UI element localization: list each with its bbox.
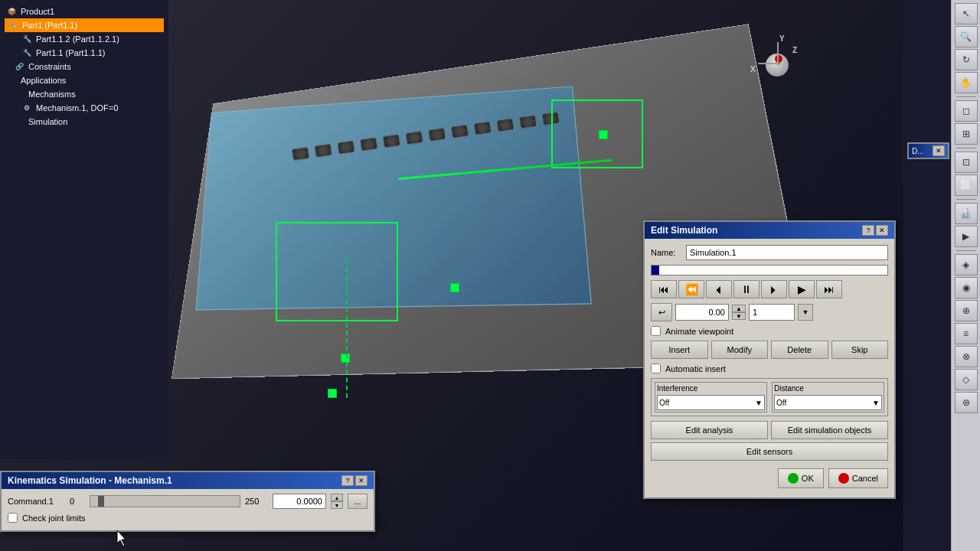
view-tool-btn-5[interactable]: ⊗: [955, 346, 978, 367]
green-marker-1: [599, 130, 608, 139]
analysis-tool-btn[interactable]: 🔬: [955, 203, 978, 224]
distance-group: Distance Off ▼: [772, 382, 884, 412]
insert-btn[interactable]: Insert: [651, 341, 708, 359]
dialog-body: Name: ⏮ ⏪ ⏴ ⏸ ⏵ ▶ ⏭ ↩ ▲ ▼ ▼: [645, 239, 894, 497]
tree-item-mechanisms[interactable]: Mechanisms: [5, 87, 164, 101]
simulation-tool-btn[interactable]: ▶: [955, 226, 978, 247]
mini-dialog-titlebar: D... ✕: [909, 144, 948, 158]
modify-btn[interactable]: Modify: [711, 341, 769, 359]
tree-item-product1[interactable]: 📦 Product1: [5, 5, 164, 18]
play-btn[interactable]: ▶: [789, 280, 815, 298]
check-joint-limits-checkbox[interactable]: [8, 513, 18, 523]
tree-icon-applications: [5, 75, 18, 86]
kinematics-slider[interactable]: [90, 495, 240, 507]
animate-viewpoint-label: Animate viewpoint: [665, 327, 733, 336]
kinematics-slider-thumb[interactable]: [98, 496, 104, 507]
interference-group: Interference Off ▼: [655, 382, 767, 412]
kinematics-more-btn[interactable]: ...: [348, 494, 368, 509]
kinematics-simulation-dialog: Kinematics Simulation - Mechanism.1 ? ✕ …: [0, 471, 375, 532]
interference-select[interactable]: Off ▼: [657, 395, 765, 410]
view-tool-btn-2[interactable]: ◉: [955, 277, 978, 298]
tree-panel: 📦 Product1 🔧 Part1 (Part1.1) 🔧 Part1.1.2…: [0, 0, 168, 459]
tree-item-simulation[interactable]: Simulation: [5, 115, 164, 129]
wireframe-selection-2: [276, 222, 398, 321]
cursor-tool-btn[interactable]: ↖: [955, 3, 978, 24]
ok-label: OK: [802, 474, 814, 483]
constraint-tool-btn[interactable]: ⊡: [955, 152, 978, 173]
animate-viewpoint-checkbox[interactable]: [651, 326, 661, 336]
tree-icon-mechanisms: [12, 89, 26, 99]
kinematics-help-btn[interactable]: ?: [341, 475, 354, 486]
edit-simulation-titlebar: Edit Simulation ? ✕: [645, 222, 894, 239]
kinematics-titlebar: Kinematics Simulation - Mechanism.1 ? ✕: [2, 472, 374, 489]
rotate-tool-btn[interactable]: ↻: [955, 49, 978, 70]
check-joint-limits-row: Check joint limits: [8, 513, 368, 523]
edit-sensors-btn[interactable]: Edit sensors: [651, 442, 888, 461]
tree-label-mechanisms: Mechanisms: [28, 90, 76, 99]
tree-item-part1-1-1[interactable]: 🔧 Part1.1 (Part1.1.1): [5, 46, 164, 60]
delete-btn[interactable]: Delete: [771, 341, 828, 359]
kinematics-spin-down[interactable]: ▼: [331, 501, 343, 509]
interference-distance-section: Interference Off ▼ Distance Off ▼: [651, 378, 888, 416]
view-tool-btn-4[interactable]: ≡: [955, 323, 978, 344]
kinematics-close-btn[interactable]: ✕: [355, 475, 368, 486]
axis-y-line: [777, 42, 779, 65]
automatic-insert-row: Automatic insert: [651, 364, 888, 373]
mini-dialog-close-btn[interactable]: ✕: [933, 145, 945, 156]
time-display-input[interactable]: [675, 304, 729, 321]
assembly-tool-btn[interactable]: ⊞: [955, 123, 978, 145]
view-tool-btn-7[interactable]: ⊛: [955, 392, 978, 413]
view-tool-btn-1[interactable]: ◈: [955, 254, 978, 276]
pause-btn[interactable]: ⏸: [733, 280, 760, 298]
step-backward-btn[interactable]: ⏪: [678, 280, 704, 298]
step-down-btn[interactable]: ▼: [732, 312, 746, 320]
tree-item-part1-1[interactable]: 🔧 Part1 (Part1.1): [5, 18, 164, 32]
tree-icon-product1: 📦: [5, 6, 18, 17]
tree-item-constraints[interactable]: 🔗 Constraints: [5, 60, 164, 73]
step-up-btn[interactable]: ▲: [732, 305, 746, 312]
step-input[interactable]: [749, 304, 795, 321]
next-frame-btn[interactable]: ⏵: [761, 280, 787, 298]
skip-btn[interactable]: Skip: [831, 341, 889, 359]
previous-frame-btn[interactable]: ⏴: [706, 280, 732, 298]
ok-cancel-row: OK Cancel: [651, 465, 888, 491]
axis-y-label: Y: [779, 34, 785, 43]
close-btn[interactable]: ✕: [876, 225, 888, 236]
simulation-progress-bar[interactable]: [651, 265, 888, 276]
step-dropdown-btn[interactable]: ▼: [798, 304, 813, 321]
tree-item-mechanism1[interactable]: ⚙ Mechanism.1, DOF=0: [5, 101, 164, 115]
wireframe-selection-1: [551, 99, 643, 168]
tree-item-applications[interactable]: Applications: [5, 73, 164, 87]
step-spinner: ▲ ▼: [732, 305, 746, 320]
tree-label-mechanism1: Mechanism.1, DOF=0: [36, 103, 118, 112]
tree-item-part1-1-2[interactable]: 🔧 Part1.1.2 (Part1.1.2.1): [5, 32, 164, 46]
help-btn[interactable]: ?: [862, 225, 874, 236]
part-tool-btn[interactable]: ◻: [955, 100, 978, 122]
name-field-row: Name:: [651, 245, 888, 260]
cancel-btn[interactable]: Cancel: [828, 468, 888, 488]
rewind-to-start-btn[interactable]: ⏮: [651, 280, 677, 298]
view-tool-btn-6[interactable]: ◇: [955, 369, 978, 390]
automatic-insert-checkbox[interactable]: [651, 364, 661, 373]
toolbar-sep-2: [956, 148, 976, 148]
tree-label-applications: Applications: [21, 76, 66, 85]
ok-btn[interactable]: OK: [778, 468, 824, 488]
view-tool-btn-3[interactable]: ⊕: [955, 300, 978, 321]
kinematics-body: Command.1 0 250 ▲ ▼ ... Check joint limi…: [2, 489, 374, 530]
right-toolbar: ↖ 🔍 ↻ ✋ ◻ ⊞ ⊡ ⬜ 🔬 ▶ ◈ ◉ ⊕ ≡ ⊗ ◇ ⊛: [951, 0, 980, 551]
edit-analysis-btn[interactable]: Edit analysis: [651, 421, 768, 439]
distance-select[interactable]: Off ▼: [774, 395, 882, 410]
measure-tool-btn[interactable]: ⬜: [955, 174, 978, 196]
edit-simulation-objects-btn[interactable]: Edit simulation objects: [771, 421, 888, 439]
zoom-tool-btn[interactable]: 🔍: [955, 26, 978, 47]
tree-label-product1: Product1: [21, 7, 54, 16]
kinematics-value-input[interactable]: [273, 494, 326, 509]
automatic-insert-label: Automatic insert: [665, 364, 726, 373]
fast-forward-btn[interactable]: ⏭: [816, 280, 842, 298]
loop-btn[interactable]: ↩: [651, 303, 672, 321]
name-input[interactable]: [686, 245, 888, 260]
pan-tool-btn[interactable]: ✋: [955, 72, 978, 93]
toolbar-sep-3: [956, 199, 976, 200]
tree-label-constraints: Constraints: [28, 62, 71, 71]
kinematics-spin-up[interactable]: ▲: [331, 494, 343, 501]
